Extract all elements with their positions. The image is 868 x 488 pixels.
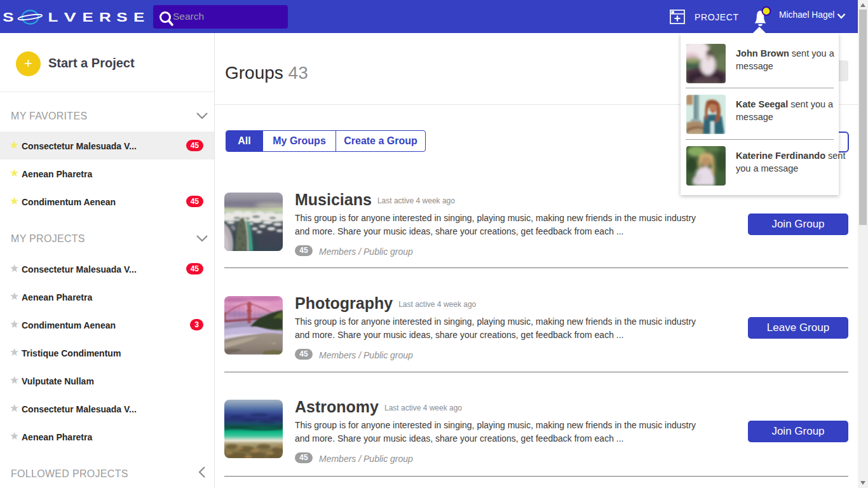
svg-text:R: R bbox=[99, 10, 111, 24]
svg-text:V: V bbox=[64, 10, 77, 24]
svg-text:S: S bbox=[116, 10, 127, 24]
svg-text:E: E bbox=[133, 10, 144, 24]
svg-text:E: E bbox=[83, 10, 93, 24]
svg-text:L: L bbox=[48, 10, 58, 24]
svg-text:S: S bbox=[3, 10, 13, 24]
